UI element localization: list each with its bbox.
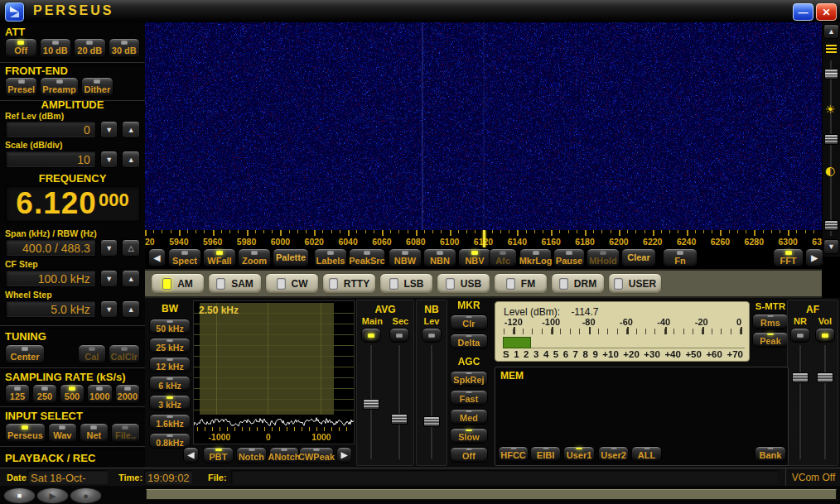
toolbar-peaksrc-button[interactable]: PeakSrc xyxy=(349,248,385,267)
bw-6-khz-button[interactable]: 6 kHz xyxy=(149,376,191,391)
avg-main-slider[interactable] xyxy=(363,345,379,459)
pbt-cwpeak-button[interactable]: CWPeak xyxy=(299,447,334,463)
toolbar-pause-button[interactable]: Pause xyxy=(553,248,585,267)
span-down-button[interactable]: ▼ xyxy=(100,239,118,257)
frequency-display[interactable]: 6.120 000 xyxy=(5,185,140,222)
input-select-perseus-button[interactable]: Perseus xyxy=(5,423,46,443)
agc-spkrej-button[interactable]: SpkRej xyxy=(450,371,488,386)
play-button[interactable]: ▶ xyxy=(36,487,69,504)
att-10-db-button[interactable]: 10 dB xyxy=(40,38,72,58)
af-vol-slider-handle[interactable] xyxy=(817,372,833,383)
mkr-clr-button[interactable]: Clr xyxy=(450,314,488,330)
record-button[interactable]: ● xyxy=(70,487,102,504)
sampling-rate-2000-button[interactable]: 2000 xyxy=(115,384,140,404)
scale-down-button[interactable]: ▼ xyxy=(100,151,118,168)
toolbar-scroll-right-button[interactable]: ▶ xyxy=(805,248,823,267)
mkr-delta-button[interactable]: Delta xyxy=(450,334,488,349)
sampling-rate-125-button[interactable]: 125 xyxy=(5,384,30,404)
mode-usb-button[interactable]: USB xyxy=(437,273,490,294)
input-select-net-button[interactable]: Net xyxy=(80,423,109,443)
pbt-scroll-right-button[interactable]: ▶ xyxy=(336,447,352,463)
minimize-button[interactable]: — xyxy=(793,3,813,21)
mem-user1-button[interactable]: User1 xyxy=(563,446,595,462)
slider-track[interactable] xyxy=(799,345,802,459)
toolbar-labels-button[interactable]: Labels xyxy=(314,248,347,267)
toolbar-nbn-button[interactable]: NBN xyxy=(423,248,456,267)
span-up-button[interactable]: △ xyxy=(122,239,140,257)
mode-sam-button[interactable]: SAM xyxy=(208,273,262,294)
af-nr-button[interactable]: NR xyxy=(790,328,810,343)
waterfall-speed-slider-handle[interactable] xyxy=(824,220,838,231)
toolbar-scroll-left-button[interactable]: ◀ xyxy=(148,248,166,267)
sampling-rate-1000-button[interactable]: 1000 xyxy=(87,384,112,404)
mode-lsb-button[interactable]: LSB xyxy=(379,273,433,294)
cf-step-up-button[interactable]: ▲ xyxy=(122,270,140,287)
ref-lev-down-button[interactable]: ▼ xyxy=(100,121,118,138)
toolbar-clear-button[interactable]: Clear xyxy=(621,248,656,267)
bw-25-khz-button[interactable]: 25 kHz xyxy=(149,338,191,353)
att-off-button[interactable]: Off xyxy=(5,38,37,58)
avg-sec-slider[interactable] xyxy=(391,345,408,459)
cf-step-value[interactable]: 100.0 kHz xyxy=(5,270,96,287)
avg-main-slider-handle[interactable] xyxy=(363,399,379,410)
mode-drm-button[interactable]: DRM xyxy=(551,273,605,294)
avg-main-button[interactable]: Main xyxy=(361,328,381,343)
slider-track[interactable] xyxy=(398,345,401,459)
pbt-notch-button[interactable]: Notch xyxy=(236,447,267,463)
bw-3-khz-button[interactable]: 3 kHz xyxy=(149,395,191,410)
toolbar-palette-button[interactable]: Palette xyxy=(273,248,309,267)
pbt-scroll-left-button[interactable]: ◀ xyxy=(183,447,199,463)
toolbar-zoom-button[interactable]: Zoom xyxy=(238,248,271,267)
af-nr-slider-handle[interactable] xyxy=(792,372,809,383)
scale-value[interactable]: 10 xyxy=(5,151,96,168)
waterfall-display[interactable] xyxy=(145,22,822,230)
agc-med-button[interactable]: Med xyxy=(450,409,488,425)
cf-step-down-button[interactable]: ▼ xyxy=(100,270,118,287)
span-value[interactable]: 400.0 / 488.3 xyxy=(5,239,96,257)
wheel-step-value[interactable]: 5.0 kHz xyxy=(5,300,96,318)
waterfall-slider-track[interactable] xyxy=(829,60,833,236)
smtr-rms-button[interactable]: Rms xyxy=(752,314,789,329)
att-20-db-button[interactable]: 20 dB xyxy=(74,38,106,58)
slider-track[interactable] xyxy=(430,345,433,459)
avg-sec-slider-handle[interactable] xyxy=(391,414,408,425)
pbt-anotch-button[interactable]: ANotch xyxy=(269,447,299,463)
toolbar-afc-button[interactable]: Afc xyxy=(489,248,517,267)
mem-all-button[interactable]: ALL xyxy=(631,446,662,462)
sampling-rate-500-button[interactable]: 500 xyxy=(60,384,84,404)
front-end-presel-button[interactable]: Presel xyxy=(5,77,37,97)
toolbar-mhold-button[interactable]: MHold xyxy=(587,248,620,267)
mode-cw-button[interactable]: CW xyxy=(265,273,319,294)
toolbar-wfall-button[interactable]: WFall xyxy=(203,248,236,267)
mode-fm-button[interactable]: FM xyxy=(494,273,548,294)
ref-lev-value[interactable]: 0 xyxy=(5,121,96,138)
bw-12-khz-button[interactable]: 12 kHz xyxy=(149,357,191,372)
att-30-db-button[interactable]: 30 dB xyxy=(109,38,141,58)
tuning-calclr-button[interactable]: CalClr xyxy=(109,344,140,364)
input-select-wav-button[interactable]: Wav xyxy=(48,423,77,443)
mode-user-button[interactable]: USER xyxy=(608,273,662,294)
toolbar-spect-button[interactable]: Spect xyxy=(168,248,201,267)
waterfall-scroll-up-button[interactable]: ▲ xyxy=(823,24,839,39)
toolbar-fn-button[interactable]: Fn xyxy=(663,248,698,267)
ref-lev-up-button[interactable]: ▲ xyxy=(122,121,140,138)
mode-rtty-button[interactable]: RTTY xyxy=(322,273,376,294)
toolbar-nbv-button[interactable]: NBV xyxy=(458,248,491,267)
mem-bank-button[interactable]: Bank xyxy=(755,446,786,462)
avg-sec-button[interactable]: Sec xyxy=(389,328,409,343)
wheel-step-up-button[interactable]: ▲ xyxy=(122,300,140,318)
scale-up-button[interactable]: ▲ xyxy=(122,151,140,168)
frequency-scale[interactable]: 5920594059605980600060206040606060806100… xyxy=(145,230,822,247)
af-vol-button[interactable]: Vol xyxy=(815,328,835,343)
mem-eibi-button[interactable]: EIBI xyxy=(530,446,561,462)
agc-off-button[interactable]: Off xyxy=(450,447,488,463)
filter-spectrum-display[interactable]: 2.50 kHz -1000 0 1000 xyxy=(193,300,355,444)
af-vol-slider[interactable] xyxy=(817,345,833,459)
toolbar-fft-button[interactable]: FFT xyxy=(773,248,804,267)
front-end-preamp-button[interactable]: Preamp xyxy=(40,77,78,97)
mem-user2-button[interactable]: User2 xyxy=(598,446,629,462)
sampling-rate-250-button[interactable]: 250 xyxy=(32,384,57,404)
bw-50-khz-button[interactable]: 50 kHz xyxy=(149,319,191,334)
tuning-center-button[interactable]: Center xyxy=(5,344,45,364)
bw-1-6khz-button[interactable]: 1.6kHz xyxy=(149,414,191,430)
